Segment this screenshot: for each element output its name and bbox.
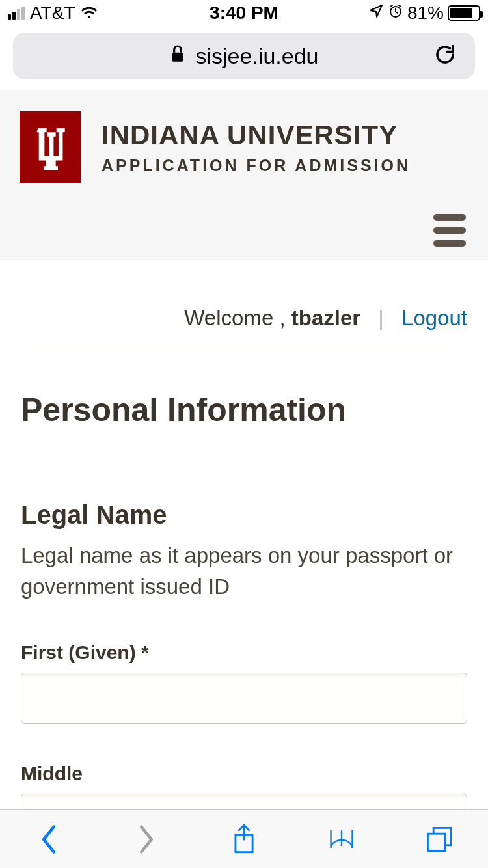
status-bar: AT&T 3:40 PM 81% xyxy=(0,0,488,26)
page-header: INDIANA UNIVERSITY APPLICATION FOR ADMIS… xyxy=(0,90,488,260)
alarm-icon xyxy=(388,3,403,23)
brand-row: INDIANA UNIVERSITY APPLICATION FOR ADMIS… xyxy=(20,111,468,183)
first-name-label: First (Given) * xyxy=(21,642,467,664)
tabs-button[interactable] xyxy=(425,825,454,854)
reload-button[interactable] xyxy=(433,43,457,69)
welcome-username: tbazler xyxy=(291,306,360,330)
forward-button[interactable] xyxy=(132,825,161,854)
content: Welcome , tbazler | Logout Personal Info… xyxy=(0,260,488,845)
section-title: Legal Name xyxy=(21,500,467,530)
section-description: Legal name as it appears on your passpor… xyxy=(21,540,467,603)
iu-logo xyxy=(20,111,81,183)
back-button[interactable] xyxy=(34,825,63,854)
page-title: Personal Information xyxy=(21,391,467,429)
browser-toolbar xyxy=(0,809,488,868)
brand-text: INDIANA UNIVERSITY APPLICATION FOR ADMIS… xyxy=(102,120,411,175)
wifi-icon xyxy=(80,3,98,23)
middle-name-label: Middle xyxy=(21,763,467,785)
battery-icon xyxy=(448,5,480,21)
bookmarks-button[interactable] xyxy=(327,825,356,854)
menu-button[interactable] xyxy=(433,214,468,247)
divider xyxy=(21,349,467,349)
time-label: 3:40 PM xyxy=(210,3,278,23)
status-right: 81% xyxy=(368,3,480,23)
svg-rect-1 xyxy=(172,52,183,61)
separator: | xyxy=(378,306,384,330)
share-button[interactable] xyxy=(230,825,258,854)
battery-percent: 81% xyxy=(407,3,444,23)
logout-link[interactable]: Logout xyxy=(401,306,467,330)
welcome-row: Welcome , tbazler | Logout xyxy=(21,306,467,331)
lock-icon xyxy=(169,44,186,69)
carrier-label: AT&T xyxy=(30,3,75,23)
location-icon xyxy=(368,3,384,23)
address-bar[interactable]: sisjee.iu.edu xyxy=(13,33,475,79)
hamburger-wrapper xyxy=(20,214,468,247)
welcome-prefix: Welcome , xyxy=(184,306,285,330)
first-name-input[interactable] xyxy=(21,673,467,724)
brand-title: INDIANA UNIVERSITY xyxy=(102,120,411,151)
status-left: AT&T xyxy=(8,3,98,23)
brand-subtitle: APPLICATION FOR ADMISSION xyxy=(102,156,411,175)
svg-rect-4 xyxy=(427,834,444,850)
url-text: sisjee.iu.edu xyxy=(195,44,318,69)
signal-icon xyxy=(8,7,25,20)
